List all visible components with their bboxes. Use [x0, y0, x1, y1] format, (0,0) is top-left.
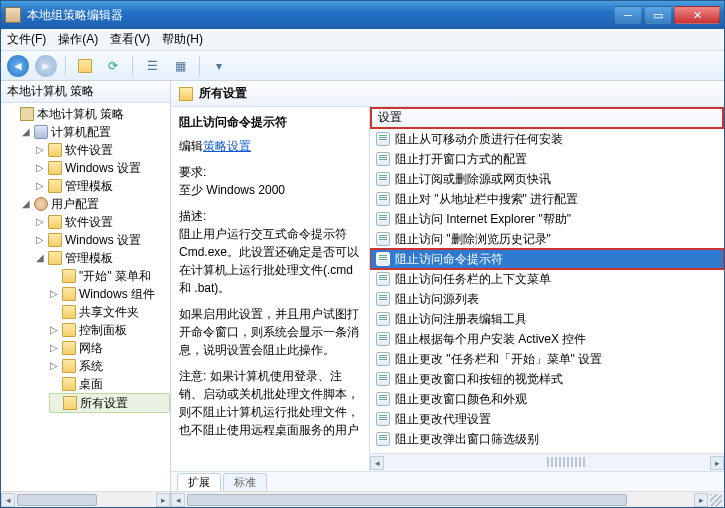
expand-icon[interactable]: ▷	[35, 141, 45, 159]
refresh-icon: ⟳	[108, 59, 118, 73]
list-item[interactable]: 阻止对 "从地址栏中搜索" 进行配置	[370, 189, 724, 209]
tree-all-settings[interactable]: 所有设置	[49, 393, 170, 413]
list-item[interactable]: 阻止访问 "删除浏览历史记录"	[370, 229, 724, 249]
description-text: 注意: 如果计算机使用登录、注销、启动或关机批处理文件脚本，则不阻止计算机运行批…	[179, 367, 361, 439]
nav-back-button[interactable]: ◄	[7, 55, 29, 77]
tree-item[interactable]: ▷控制面板	[49, 321, 170, 339]
expand-icon[interactable]: ▷	[35, 159, 45, 177]
tree-item[interactable]: ▷网络	[49, 339, 170, 357]
filter-button[interactable]: ▾	[208, 55, 230, 77]
expand-icon[interactable]: ▷	[49, 321, 59, 339]
expand-icon[interactable]: ▷	[49, 339, 59, 357]
close-button[interactable]: ✕	[674, 6, 720, 24]
folder-icon	[48, 215, 62, 229]
tree-item[interactable]: ▷软件设置	[35, 213, 170, 231]
list-item[interactable]: 阻止更改窗口颜色和外观	[370, 389, 724, 409]
properties-button[interactable]	[74, 55, 96, 77]
minimize-button[interactable]: ─	[614, 6, 642, 24]
show-hide-button[interactable]: ☰	[141, 55, 163, 77]
list-item-label: 阻止更改 "任务栏和「开始」菜单" 设置	[395, 351, 602, 368]
expand-icon[interactable]: ◢	[21, 195, 31, 213]
maximize-button[interactable]: ▭	[644, 6, 672, 24]
nav-forward-button[interactable]: ►	[35, 55, 57, 77]
scroll-right-icon[interactable]: ▸	[694, 493, 708, 507]
setting-icon	[376, 372, 390, 386]
list-item[interactable]: 阻止从可移动介质进行任何安装	[370, 129, 724, 149]
tree-item[interactable]: ▷Windows 设置	[35, 231, 170, 249]
list-item[interactable]: 阻止打开窗口方式的配置	[370, 149, 724, 169]
setting-icon	[376, 352, 390, 366]
tree-item[interactable]: ▷Windows 组件	[49, 285, 170, 303]
tree-item[interactable]: ▷软件设置	[35, 141, 170, 159]
setting-icon	[376, 152, 390, 166]
resize-grip-icon[interactable]	[710, 494, 722, 506]
list-header-setting[interactable]: 设置	[370, 107, 724, 129]
requirements-value: 至少 Windows 2000	[179, 183, 285, 197]
menu-action[interactable]: 操作(A)	[58, 31, 98, 48]
list-item[interactable]: 阻止访问任务栏的上下文菜单	[370, 269, 724, 289]
tab-standard[interactable]: 标准	[223, 473, 267, 491]
list-item[interactable]: 阻止更改代理设置	[370, 409, 724, 429]
expand-icon[interactable]: ▷	[35, 177, 45, 195]
folder-icon	[62, 287, 76, 301]
expand-icon[interactable]: ▷	[49, 357, 59, 375]
help-button[interactable]: ▦	[169, 55, 191, 77]
list-item[interactable]: 阻止更改 "任务栏和「开始」菜单" 设置	[370, 349, 724, 369]
expand-icon[interactable]: ◢	[21, 123, 31, 141]
tree-item[interactable]: ▷管理模板	[35, 177, 170, 195]
tree-root[interactable]: 本地计算机 策略	[7, 105, 170, 123]
tree-computer-config[interactable]: ◢计算机配置	[21, 123, 170, 141]
tree-item[interactable]: ▷Windows 设置	[35, 159, 170, 177]
list-item-label: 阻止根据每个用户安装 ActiveX 控件	[395, 331, 586, 348]
scroll-thumb[interactable]	[187, 494, 627, 506]
setting-icon	[376, 232, 390, 246]
tree-hscrollbar[interactable]: ◂ ▸	[1, 491, 170, 507]
refresh-button[interactable]: ⟳	[102, 55, 124, 77]
app-window: 本地组策略编辑器 ─ ▭ ✕ 文件(F) 操作(A) 查看(V) 帮助(H) ◄…	[0, 0, 725, 508]
menu-view[interactable]: 查看(V)	[110, 31, 150, 48]
list-item[interactable]: 阻止更改弹出窗口筛选级别	[370, 429, 724, 449]
list-item[interactable]: 阻止访问注册表编辑工具	[370, 309, 724, 329]
menu-file[interactable]: 文件(F)	[7, 31, 46, 48]
list-item-label: 阻止访问 Internet Explorer "帮助"	[395, 211, 571, 228]
expand-icon[interactable]: ▷	[35, 213, 45, 231]
folder-icon	[48, 179, 62, 193]
expand-icon[interactable]: ▷	[35, 231, 45, 249]
settings-list[interactable]: 阻止从可移动介质进行任何安装阻止打开窗口方式的配置阻止订阅或删除源或网页快讯阻止…	[370, 129, 724, 453]
tree-admin-templates[interactable]: ◢管理模板	[35, 249, 170, 267]
tree-header: 本地计算机 策略	[1, 81, 170, 103]
setting-title: 阻止访问命令提示符	[179, 113, 361, 131]
list-item[interactable]: 阻止根据每个用户安装 ActiveX 控件	[370, 329, 724, 349]
list-item[interactable]: 阻止访问 Internet Explorer "帮助"	[370, 209, 724, 229]
list-item-label: 阻止访问 "删除浏览历史记录"	[395, 231, 551, 248]
expand-icon[interactable]: ◢	[35, 249, 45, 267]
list-item[interactable]: 阻止订阅或删除源或网页快讯	[370, 169, 724, 189]
tree-user-config[interactable]: ◢用户配置	[21, 195, 170, 213]
column-splitter-icon[interactable]	[547, 457, 587, 467]
separator	[132, 56, 133, 76]
tree-item[interactable]: 桌面	[49, 375, 170, 393]
titlebar[interactable]: 本地组策略编辑器 ─ ▭ ✕	[1, 1, 724, 29]
folder-icon	[48, 233, 62, 247]
list-item[interactable]: 阻止更改窗口和按钮的视觉样式	[370, 369, 724, 389]
list-item[interactable]: 阻止访问源列表	[370, 289, 724, 309]
tree-item[interactable]: "开始" 菜单和	[49, 267, 170, 285]
policy-tree[interactable]: 本地计算机 策略 ◢计算机配置 ▷软件设置 ▷Windows 设置 ▷管理模板 …	[1, 103, 170, 491]
scroll-left-icon[interactable]: ◂	[1, 493, 15, 507]
edit-policy-link[interactable]: 策略设置	[203, 139, 251, 153]
scroll-left-icon[interactable]: ◂	[171, 493, 185, 507]
list-item[interactable]: 阻止访问命令提示符	[370, 249, 724, 269]
menu-help[interactable]: 帮助(H)	[162, 31, 203, 48]
scroll-right-icon[interactable]: ▸	[156, 493, 170, 507]
tab-extended[interactable]: 扩展	[177, 473, 221, 491]
scroll-thumb[interactable]	[17, 494, 97, 506]
scroll-left-icon[interactable]: ◂	[370, 456, 384, 470]
expand-icon[interactable]: ▷	[49, 285, 59, 303]
scroll-right-icon[interactable]: ▸	[710, 456, 724, 470]
separator	[199, 56, 200, 76]
tree-item[interactable]: 共享文件夹	[49, 303, 170, 321]
tree-item[interactable]: ▷系统	[49, 357, 170, 375]
setting-icon	[376, 392, 390, 406]
description-text: 如果启用此设置，并且用户试图打开命令窗口，则系统会显示一条消息，说明设置会阻止此…	[179, 305, 361, 359]
content-hscrollbar[interactable]: ◂ ▸	[171, 491, 724, 507]
